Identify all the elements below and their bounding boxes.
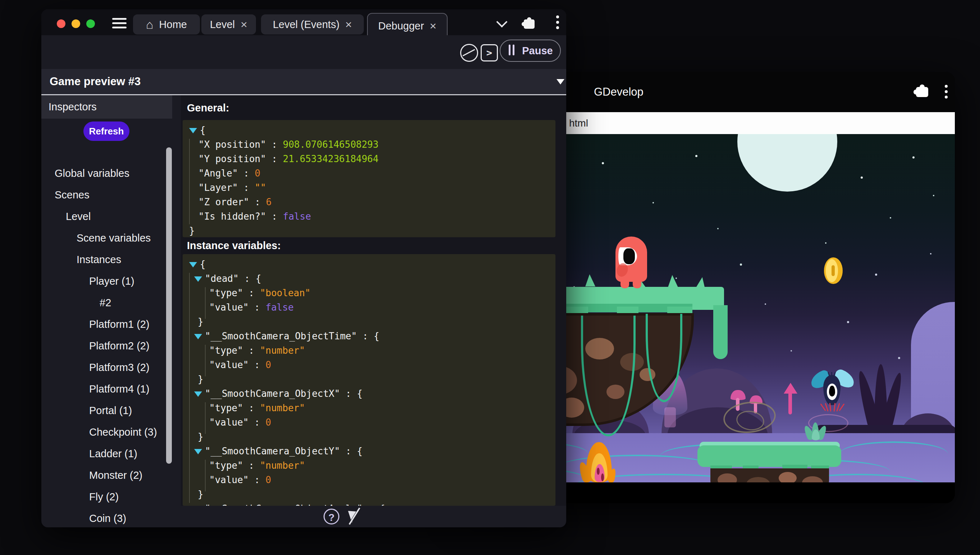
grass-drip	[713, 305, 728, 359]
tab-level-events-[interactable]: Level (Events)×	[261, 14, 364, 35]
json-line: "value" : 0	[189, 473, 555, 487]
tab-level[interactable]: Level×	[201, 14, 256, 35]
inspectors-header: Inspectors	[41, 95, 172, 119]
json-collapse-caret-icon[interactable]	[194, 334, 202, 339]
tree-item-platform3-2-[interactable]: Platform3 (2)	[41, 356, 178, 378]
json-collapse-caret-icon[interactable]	[189, 262, 197, 268]
json-line: }	[189, 224, 555, 237]
tree-item-fly-2-[interactable]: Fly (2)	[41, 486, 178, 508]
sidebar-scrollbar[interactable]	[166, 148, 172, 464]
ground-island-grass	[698, 445, 841, 467]
address-fragment: html	[569, 112, 588, 134]
inspectors-title: Inspectors	[48, 95, 97, 119]
element-picker-disabled-icon[interactable]	[347, 507, 363, 526]
json-line: "value" : 0	[189, 358, 555, 372]
tab-label: Home	[159, 19, 187, 30]
json-collapse-caret-icon[interactable]	[189, 128, 197, 133]
json-line: "value" : false	[189, 300, 555, 314]
json-line: "Layer" : ""	[189, 180, 555, 195]
general-json-view: {"X position" : 908.0706146508293"Y posi…	[183, 120, 555, 237]
mushroom-stem	[664, 407, 676, 427]
preview-window-title: GDevelop	[594, 72, 643, 112]
tab-debugger[interactable]: Debugger×	[367, 13, 447, 38]
tree-item-player-1-[interactable]: Player (1)	[41, 270, 178, 292]
ground-island-dirt	[711, 468, 829, 483]
json-line: "__SmoothCamera_ObjectX" : {	[189, 387, 555, 401]
coin	[824, 257, 843, 284]
console-icon[interactable]: >	[481, 44, 498, 61]
tree-item-instances[interactable]: Instances	[41, 249, 178, 270]
campfire-slit	[601, 473, 604, 481]
tree-item-checkpoint-3-[interactable]: Checkpoint (3)	[41, 421, 178, 443]
tree-item--2[interactable]: #2	[41, 292, 178, 313]
tab-bar: ⌂HomeLevel×Level (Events)×Debugger×	[41, 10, 566, 35]
instance-json-view: {"dead" : {"type" : "boolean""value" : f…	[183, 254, 555, 506]
extensions-puzzle-icon[interactable]	[916, 87, 928, 97]
json-line: {	[189, 257, 555, 271]
refresh-button[interactable]: Refresh	[83, 122, 130, 141]
preview-selector[interactable]: Game preview #3	[41, 69, 566, 94]
help-icon[interactable]: ?	[324, 508, 339, 525]
pause-label: Pause	[522, 45, 553, 57]
json-line: "X position" : 908.0706146508293	[189, 137, 555, 152]
close-icon[interactable]: ×	[241, 19, 247, 30]
general-section-title: General:	[187, 102, 229, 114]
grass-tuft	[585, 274, 595, 287]
json-collapse-caret-icon[interactable]	[194, 449, 202, 454]
json-line: }	[189, 430, 555, 444]
json-collapse-caret-icon[interactable]	[194, 276, 202, 282]
profiler-gauge-icon[interactable]	[460, 44, 478, 62]
inspector-detail-panel: General: {"X position" : 908.07061465082…	[181, 95, 566, 506]
json-line: "__SmoothCamera_ObjectY" : {	[189, 444, 555, 458]
tree-item-platform1-2-[interactable]: Platform1 (2)	[41, 313, 178, 335]
tree-item-platform2-2-[interactable]: Platform2 (2)	[41, 335, 178, 356]
tree-item-coin-3-[interactable]: Coin (3)	[41, 508, 178, 527]
debugger-window: ⌂HomeLevel×Level (Events)×Debugger× > Pa…	[41, 10, 566, 527]
tree-item-level[interactable]: Level	[41, 205, 178, 227]
inspectors-sidebar: Inspectors Refresh Global variablesScene…	[41, 95, 181, 506]
mushroom-stem	[788, 391, 792, 414]
screenshot-canvas: GDevelop html	[0, 0, 980, 555]
json-line: "type" : "boolean"	[189, 286, 555, 300]
close-icon[interactable]: ×	[430, 20, 436, 32]
debugger-content: Inspectors Refresh Global variablesScene…	[41, 95, 566, 506]
player-character	[616, 236, 647, 290]
dropdown-caret-icon	[557, 79, 565, 85]
json-line: "dead" : {	[189, 271, 555, 286]
tab-strip: ⌂HomeLevel×Level (Events)×Debugger×	[41, 10, 566, 38]
window-menu-icon[interactable]	[556, 16, 559, 30]
fly-monster	[807, 368, 858, 411]
tab-label: Debugger	[378, 20, 424, 32]
tab-label: Level (Events)	[273, 19, 339, 30]
moon	[737, 134, 837, 192]
json-line: "Is hidden?" : false	[189, 209, 555, 224]
close-icon[interactable]: ×	[345, 19, 352, 30]
tree-item-portal-1-[interactable]: Portal (1)	[41, 400, 178, 421]
json-line: "type" : "number"	[189, 458, 555, 473]
tree-item-ladder-1-[interactable]: Ladder (1)	[41, 443, 178, 464]
json-line: "__SmoothCamera_ObjectTime" : {	[189, 329, 555, 343]
tree-item-platform4-1-[interactable]: Platform4 (1)	[41, 378, 178, 400]
json-line: {	[189, 123, 555, 137]
json-collapse-caret-icon[interactable]	[194, 391, 202, 397]
tab-home[interactable]: ⌂Home	[133, 14, 200, 35]
extensions-puzzle-icon[interactable]	[524, 19, 534, 29]
json-line: "Angle" : 0	[189, 166, 555, 180]
json-line: "type" : "number"	[189, 343, 555, 358]
tree-item-monster-2-[interactable]: Monster (2)	[41, 464, 178, 486]
tree-item-scene-variables[interactable]: Scene variables	[41, 227, 178, 249]
campfire-slit	[597, 468, 600, 475]
json-line: "value" : 0	[189, 415, 555, 430]
home-icon: ⌂	[146, 18, 154, 30]
player-pupil	[623, 249, 635, 264]
json-line: "Z order" : 6	[189, 195, 555, 209]
json-line: }	[189, 487, 555, 501]
browser-menu-icon[interactable]	[945, 85, 948, 99]
json-line: }	[189, 372, 555, 387]
pause-button[interactable]: Pause	[500, 40, 561, 62]
preview-selector-label: Game preview #3	[50, 69, 141, 94]
tree-item-global-variables[interactable]: Global variables	[41, 162, 178, 184]
tree-item-scenes[interactable]: Scenes	[41, 184, 178, 205]
pause-icon	[508, 45, 515, 57]
json-line: "Y position" : 21.65334236184964	[189, 152, 555, 166]
